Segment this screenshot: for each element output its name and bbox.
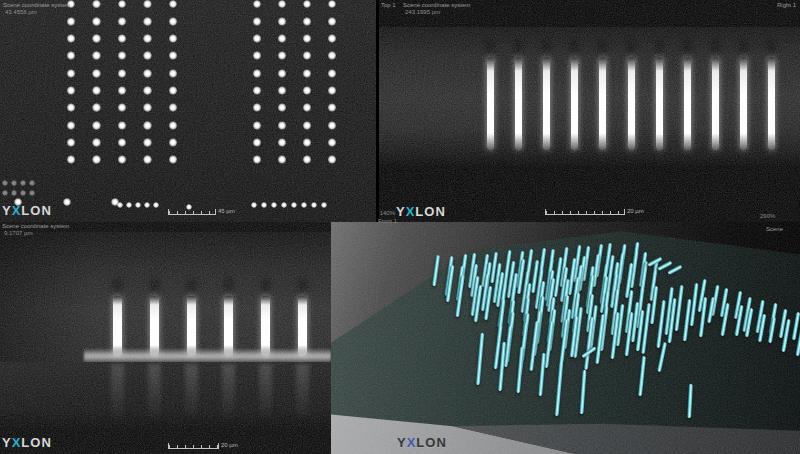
ct-dot — [143, 17, 152, 26]
bar-top-shadow — [708, 35, 723, 57]
logo-part: LON — [21, 435, 51, 450]
ct-dot — [118, 0, 127, 8]
scale-label: 45 µm — [218, 208, 235, 214]
ct-dot — [143, 34, 152, 43]
ct-pillar-bar — [599, 57, 606, 150]
coordinate-system-label: Scene coordinate system — [403, 2, 470, 9]
adjacent-view-label: Right 1 — [777, 2, 796, 8]
ct-dot — [92, 138, 101, 147]
scene-view-label: Scene — [766, 226, 783, 232]
ct-view-front-slice[interactable]: Scene coordinate system 9.1707 µm YXLON … — [0, 222, 331, 454]
pillar-3d — [476, 333, 484, 385]
ct-dot — [278, 51, 287, 60]
ct-dot — [169, 69, 178, 78]
ct-pillar-bar — [543, 57, 550, 150]
ct-dot — [328, 121, 337, 130]
ct-dot — [303, 34, 312, 43]
ct-dot — [144, 202, 150, 208]
ct-dot — [143, 51, 152, 60]
ct-dot — [169, 138, 178, 147]
ct-pillar-bar — [224, 296, 233, 356]
yxlon-logo: YXLON — [2, 436, 52, 449]
ct-dot — [92, 51, 101, 60]
ct-dot — [2, 190, 7, 195]
front-view-label: Front 1 — [378, 218, 397, 224]
bar-top-shadow — [652, 35, 667, 57]
zoom-level-scene: 290% — [760, 213, 775, 219]
ct-view-top-slice[interactable]: Scene coordinate system 43.4556 µm YXLON… — [0, 0, 376, 222]
ct-dot — [253, 51, 262, 60]
ct-dot — [11, 190, 16, 195]
ct-dot — [118, 69, 127, 78]
scale-ruler — [168, 209, 216, 215]
bar-top-shadow — [183, 274, 200, 296]
ct-dot — [67, 86, 76, 95]
pillar-3d — [687, 384, 692, 418]
scene-3d-view[interactable]: YXLON — [331, 222, 800, 454]
ct-dot — [143, 69, 152, 78]
ct-dot — [2, 180, 7, 185]
bar-top-shadow — [483, 35, 498, 57]
ct-dot — [253, 69, 262, 78]
bar-top-shadow — [220, 274, 237, 296]
logo-x-accent: X — [407, 435, 417, 450]
ct-pillar-bar — [768, 57, 775, 150]
ct-pillar-bar — [628, 57, 635, 150]
ct-dot — [271, 202, 277, 208]
ct-pillar-bar — [187, 296, 196, 356]
ct-view-top1-slice[interactable]: Top 1 Scene coordinate system 243.1995 µ… — [379, 0, 800, 222]
ct-dot — [169, 121, 178, 130]
ct-dot — [301, 202, 307, 208]
bar-top-shadow — [736, 35, 751, 57]
scale-ruler — [545, 209, 625, 215]
scale-ruler — [168, 443, 219, 449]
ct-dot — [153, 202, 159, 208]
ct-dot — [169, 0, 178, 8]
ct-dot — [92, 0, 101, 8]
ct-dot — [118, 155, 127, 164]
ct-pillar-bar — [150, 296, 159, 356]
ct-dot — [303, 17, 312, 26]
coordinate-value: 43.4556 µm — [5, 9, 70, 16]
coordinate-readout: Scene coordinate system 43.4556 µm — [3, 2, 70, 16]
ct-dot — [11, 180, 16, 185]
bar-top-shadow — [109, 274, 126, 296]
bar-top-shadow — [595, 35, 610, 57]
ct-dot — [118, 34, 127, 43]
ct-dot — [278, 138, 287, 147]
ct-dot — [143, 103, 152, 112]
logo-x-accent: X — [406, 204, 416, 219]
pillar-3d — [656, 300, 665, 348]
ct-pillar-bar — [571, 57, 578, 150]
dot-array-graphics — [0, 0, 376, 222]
ct-dot — [92, 121, 101, 130]
ct-dot — [67, 17, 76, 26]
ct-pillar-bar — [712, 57, 719, 150]
yxlon-logo: YXLON — [2, 204, 52, 217]
ct-dot — [253, 103, 262, 112]
logo-part: Y — [396, 204, 406, 219]
ct-dot — [328, 103, 337, 112]
ct-dot — [92, 155, 101, 164]
ct-pillar-bar — [684, 57, 691, 150]
ct-dot — [328, 86, 337, 95]
bar-ghost-streak — [185, 364, 198, 422]
ct-dot — [169, 103, 178, 112]
ct-dot — [20, 190, 25, 195]
ct-dot — [278, 34, 287, 43]
ct-dot — [118, 86, 127, 95]
ct-dot — [169, 17, 178, 26]
ct-dot — [278, 86, 287, 95]
logo-part: LON — [21, 203, 51, 218]
ct-dot — [253, 138, 262, 147]
ct-dot — [278, 0, 287, 8]
bar-top-shadow — [567, 35, 582, 57]
ct-dot — [311, 202, 317, 208]
bar-top-shadow — [257, 274, 274, 296]
ct-dot — [253, 155, 262, 164]
coordinate-readout: Scene coordinate system 9.1707 µm — [2, 223, 69, 237]
pillar-3d — [579, 370, 586, 414]
ct-dot — [118, 103, 127, 112]
pillar-slice-graphics — [0, 222, 331, 454]
ct-dot — [278, 155, 287, 164]
